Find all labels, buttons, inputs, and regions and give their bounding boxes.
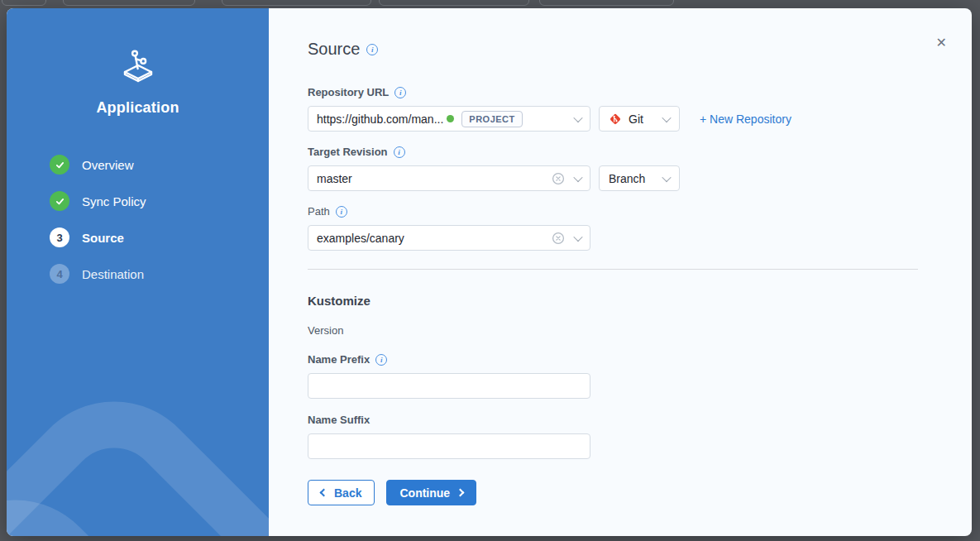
target-revision-value: master <box>317 172 352 185</box>
name-prefix-label: Name Prefix i <box>308 353 918 366</box>
application-box-icon <box>117 73 159 87</box>
step-label: Sync Policy <box>82 194 146 208</box>
wizard-steps: Overview Sync Policy 3 Source 4 Destinat… <box>7 155 269 284</box>
chevron-down-icon[interactable] <box>573 232 582 241</box>
repository-url-input[interactable]: https://github.com/man... PROJECT <box>308 106 590 132</box>
kustomize-heading: Kustomize <box>308 294 918 308</box>
name-prefix-input-wrap <box>308 373 590 399</box>
background-tab <box>379 0 529 6</box>
chevron-right-icon <box>457 489 465 497</box>
info-icon[interactable]: i <box>394 146 405 158</box>
repo-connected-status-dot <box>447 115 454 122</box>
path-value: examples/canary <box>317 232 404 245</box>
target-revision-label: Target Revision i <box>308 146 918 158</box>
target-revision-input[interactable]: master <box>308 165 590 191</box>
wizard-sidebar: Application Overview Sync Policy 3 Sourc… <box>7 8 269 536</box>
git-icon <box>609 113 622 126</box>
project-badge: PROJECT <box>461 111 522 127</box>
close-icon[interactable]: ✕ <box>936 36 947 50</box>
check-icon <box>50 155 69 175</box>
repository-url-value: https://github.com/man... <box>317 113 443 126</box>
step-number-badge: 4 <box>50 264 69 284</box>
section-divider <box>308 269 918 270</box>
chevron-down-icon <box>662 113 671 122</box>
source-step-panel: ✕ Source i Repository URL i https://gith… <box>269 8 972 536</box>
path-input[interactable]: examples/canary <box>308 225 590 251</box>
info-icon[interactable]: i <box>336 206 347 218</box>
wizard-title: Application <box>7 99 269 117</box>
clear-circle-icon[interactable] <box>552 232 565 245</box>
page-title: Source <box>308 40 360 59</box>
revision-type-select[interactable]: Branch <box>599 165 680 191</box>
check-icon <box>50 191 69 211</box>
info-icon[interactable]: i <box>366 44 378 55</box>
step-label: Overview <box>82 158 134 172</box>
path-label: Path i <box>308 205 918 218</box>
back-button[interactable]: Back <box>308 480 375 505</box>
info-icon[interactable]: i <box>375 354 387 366</box>
info-icon[interactable]: i <box>394 87 406 98</box>
step-destination[interactable]: 4 Destination <box>50 264 269 284</box>
chevron-down-icon[interactable] <box>573 172 582 181</box>
chevron-left-icon <box>320 489 328 497</box>
step-overview[interactable]: Overview <box>50 155 269 175</box>
background-tab <box>222 0 371 6</box>
step-source[interactable]: 3 Source <box>50 227 269 247</box>
repository-type-select[interactable]: Git <box>599 106 680 132</box>
repository-type-value: Git <box>629 113 657 126</box>
name-suffix-label: Name Suffix <box>308 414 918 426</box>
version-label: Version <box>308 324 918 337</box>
step-label: Destination <box>82 267 144 281</box>
new-repository-link[interactable]: + New Repository <box>700 113 791 126</box>
step-label: Source <box>82 231 124 245</box>
chevron-down-icon[interactable] <box>573 113 582 122</box>
revision-type-value: Branch <box>609 172 657 185</box>
application-wizard-dialog: Application Overview Sync Policy 3 Sourc… <box>7 8 972 536</box>
step-number-badge: 3 <box>50 227 69 247</box>
name-suffix-input[interactable] <box>317 434 581 458</box>
repository-url-label: Repository URL i <box>308 86 918 98</box>
name-prefix-input[interactable] <box>317 374 581 398</box>
background-tab <box>2 0 46 6</box>
chevron-down-icon <box>662 172 671 181</box>
name-suffix-input-wrap <box>308 433 590 459</box>
clear-circle-icon[interactable] <box>552 172 565 185</box>
continue-button[interactable]: Continue <box>386 480 476 505</box>
background-tab <box>539 0 674 6</box>
step-sync-policy[interactable]: Sync Policy <box>50 191 269 211</box>
background-tab <box>63 0 195 6</box>
